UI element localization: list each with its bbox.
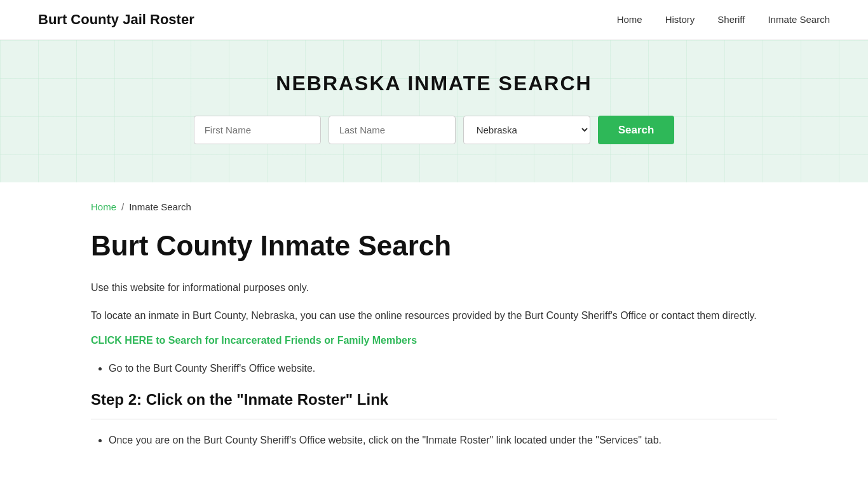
nav-link-sheriff[interactable]: Sheriff (717, 14, 745, 25)
nav-links: Home History Sheriff Inmate Search (617, 14, 830, 25)
state-select[interactable]: Nebraska Alabama Alaska Arizona Arkansas… (463, 116, 590, 144)
breadcrumb: Home / Inmate Search (91, 201, 777, 212)
nav-item-sheriff[interactable]: Sheriff (717, 14, 745, 25)
nav-link-inmate-search[interactable]: Inmate Search (768, 14, 830, 25)
first-name-input[interactable] (194, 116, 321, 144)
search-form: Nebraska Alabama Alaska Arizona Arkansas… (13, 116, 855, 144)
intro-paragraph-1: Use this website for informational purpo… (91, 280, 777, 296)
main-nav: Home History Sheriff Inmate Search (617, 14, 830, 25)
intro-paragraph-2: To locate an inmate in Burt County, Nebr… (91, 308, 777, 324)
cta-link[interactable]: CLICK HERE to Search for Incarcerated Fr… (91, 335, 417, 346)
breadcrumb-separator: / (121, 201, 124, 212)
main-content: Home / Inmate Search Burt County Inmate … (53, 182, 815, 487)
nav-item-home[interactable]: Home (617, 14, 642, 25)
nav-item-inmate-search[interactable]: Inmate Search (768, 14, 830, 25)
step2-heading: Step 2: Click on the "Inmate Roster" Lin… (91, 391, 777, 409)
nav-item-history[interactable]: History (665, 14, 695, 25)
hero-banner: NEBRASKA INMATE SEARCH Nebraska Alabama … (0, 40, 868, 182)
nav-link-history[interactable]: History (665, 14, 695, 25)
divider (91, 419, 777, 419)
hero-title: NEBRASKA INMATE SEARCH (13, 72, 855, 95)
step2-list-item: Once you are on the Burt County Sheriff'… (109, 432, 777, 449)
site-title: Burt County Jail Roster (38, 11, 194, 28)
last-name-input[interactable] (329, 116, 456, 144)
nav-link-home[interactable]: Home (617, 14, 642, 25)
search-button[interactable]: Search (598, 116, 675, 144)
step1-list: Go to the Burt County Sheriff's Office w… (109, 360, 777, 377)
step1-list-item: Go to the Burt County Sheriff's Office w… (109, 360, 777, 377)
page-heading: Burt County Inmate Search (91, 230, 777, 262)
step2-list: Once you are on the Burt County Sheriff'… (109, 432, 777, 449)
site-header: Burt County Jail Roster Home History She… (0, 0, 868, 40)
breadcrumb-home-link[interactable]: Home (91, 201, 116, 212)
breadcrumb-current: Inmate Search (129, 201, 191, 212)
